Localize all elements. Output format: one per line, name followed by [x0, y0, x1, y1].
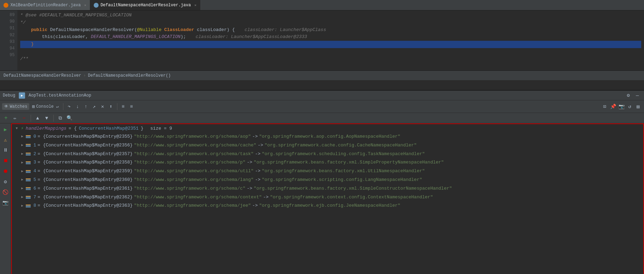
watch-entries-container: ▶ 0 = {ConcurrentHashMap$MapEntry@2355} …: [12, 132, 643, 210]
entry-ref-6: = {ConcurrentHashMap$MapEntry@2361}: [38, 185, 133, 192]
entry-url-7: "http://www.springframework.org/schema/c…: [134, 194, 262, 201]
entry-url-4: "http://www.springframework.org/schema/u…: [134, 168, 254, 175]
entry-arrow-7[interactable]: ▶: [20, 195, 24, 199]
entry-url-6: "http://www.springframework.org/schema/c…: [134, 185, 246, 192]
copy-btn[interactable]: ⧉: [56, 114, 64, 122]
tab-label-2: DefaultNamespaceHandlerResolver.java: [101, 3, 191, 8]
code-content[interactable]: * @see #DEFAULT_HANDLER_MAPPINGS_LOCATIO…: [17, 10, 644, 70]
debug-title: Debug: [3, 93, 15, 98]
entry-arrow-8[interactable]: ▶: [20, 204, 24, 208]
entry-arrow-5[interactable]: ▶: [20, 178, 24, 182]
code-line-90: */: [20, 19, 641, 26]
entry-ref-2: = {ConcurrentHashMap$MapEntry@2357}: [38, 151, 133, 158]
breadcrumb: DefaultNamespaceHandlerResolver › Defaul…: [0, 70, 644, 80]
inspect-btn[interactable]: 🔍: [65, 114, 73, 122]
entry-ref-0: = {ConcurrentHashMap$MapEntry@2355}: [38, 133, 133, 140]
console-label: Console ↵: [36, 104, 59, 109]
debug-main: ▶ ⚠ ⏸ ⏹ ⚙ 🚫 📷 ▼ ⚡ handlerMappings = { Co…: [0, 123, 644, 274]
root-equals: = {: [69, 126, 77, 131]
entry-icon-4: [26, 170, 31, 173]
watch-entry-8[interactable]: ▶ 8 = {ConcurrentHashMap$MapEntry@2363} …: [12, 201, 643, 210]
pin-btn[interactable]: 📌: [609, 103, 617, 111]
settings-icon[interactable]: ⚙: [624, 92, 632, 99]
watch-entry-0[interactable]: ▶ 0 = {ConcurrentHashMap$MapEntry@2355} …: [12, 132, 643, 141]
minimize-icon[interactable]: —: [634, 92, 641, 99]
entry-ref-5: = {ConcurrentHashMap$MapEntry@2360}: [38, 176, 133, 184]
entry-idx-0: 0: [33, 133, 36, 140]
sidebar-resume-icon[interactable]: ▶: [1, 125, 10, 134]
code-line-94: [20, 48, 641, 55]
step-over-btn[interactable]: ↷: [65, 103, 73, 111]
entry-idx-2: 2: [33, 151, 36, 158]
entry-arrow-0[interactable]: ▶: [20, 135, 24, 139]
watches-label: Watches: [10, 104, 27, 109]
entry-arrow-4[interactable]: ▶: [20, 169, 24, 174]
entry-handler-6: "org.springframework.beans.factory.xml.S…: [254, 185, 452, 192]
sidebar-breakpoint-icon[interactable]: [1, 167, 10, 176]
edit-watch-btn[interactable]: ✏: [11, 114, 19, 122]
refresh-btn[interactable]: ↺: [626, 103, 634, 111]
tab-icon-orange: [3, 3, 8, 8]
add-watch-btn[interactable]: +: [2, 114, 10, 122]
watches-panel[interactable]: ▼ ⚡ handlerMappings = { ConcurrentHashMa…: [11, 123, 644, 274]
entry-idx-5: 5: [33, 176, 36, 184]
debug-session: AopTest.testAnnotationAop: [29, 93, 91, 98]
code-line-92: this(classLoader, DEFAULT_HANDLER_MAPPIN…: [20, 33, 641, 41]
watch-entry-6[interactable]: ▶ 6 = {ConcurrentHashMap$MapEntry@2361} …: [12, 184, 643, 193]
watch-entry-4[interactable]: ▶ 4 = {ConcurrentHashMap$MapEntry@2359} …: [12, 167, 643, 176]
watch-entry-1[interactable]: ▶ 1 = {ConcurrentHashMap$MapEntry@2356} …: [12, 141, 643, 150]
sidebar-stop-icon[interactable]: ⏹: [1, 156, 10, 165]
entry-idx-8: 8: [33, 202, 36, 210]
debug-title-actions: ⚙ —: [624, 92, 641, 99]
entry-icon-0: [26, 135, 31, 138]
sidebar-mute-icon[interactable]: ⚙: [1, 177, 10, 186]
move-up-btn[interactable]: ▲: [34, 114, 41, 122]
trace-btn[interactable]: ⬆: [107, 103, 115, 111]
sidebar-camera-icon[interactable]: 📷: [1, 198, 10, 207]
step-into-btn[interactable]: ↓: [74, 103, 82, 111]
watch-entry-3[interactable]: ▶ 3 = {ConcurrentHashMap$MapEntry@2358} …: [12, 158, 643, 167]
camera-btn[interactable]: 📷: [618, 103, 625, 111]
sidebar-warning-icon[interactable]: ⚠: [1, 135, 10, 144]
watches-tab[interactable]: 👁 Watches: [2, 103, 29, 110]
step-out-btn[interactable]: ↑: [82, 103, 90, 111]
entry-handler-0: "org.springframework.aop.config.AopNames…: [259, 133, 401, 140]
watch-entry-5[interactable]: ▶ 5 = {ConcurrentHashMap$MapEntry@2360} …: [12, 176, 643, 184]
watch-entry-7[interactable]: ▶ 7 = {ConcurrentHashMap$MapEntry@2362} …: [12, 193, 643, 202]
sidebar-pause-icon[interactable]: ⏸: [1, 146, 10, 155]
sec-separator: [31, 115, 31, 122]
entry-handler-5: "org.springframework.scripting.config.La…: [262, 176, 422, 184]
watch-entry-2[interactable]: ▶ 2 = {ConcurrentHashMap$MapEntry@2357} …: [12, 150, 643, 159]
evaluate-btn[interactable]: ✕: [99, 103, 107, 111]
entry-arrow-2[interactable]: ▶: [20, 152, 24, 156]
tab-close-2[interactable]: ✕: [194, 3, 196, 7]
console-tab[interactable]: ▤ Console ↵: [30, 103, 61, 110]
restore-btn[interactable]: ⊡: [601, 103, 608, 111]
tab-xml-bean[interactable]: XmlBeanDefinitionReader.java ✕: [0, 0, 90, 10]
entry-icon-2: [26, 153, 31, 155]
move-down-btn[interactable]: ▼: [43, 114, 51, 122]
tab-namespace-handler[interactable]: DefaultNamespaceHandlerResolver.java ✕: [90, 0, 200, 10]
entry-url-8: "http://www.springframework.org/schema/j…: [134, 202, 251, 210]
remove-watch-btn[interactable]: −: [20, 114, 28, 122]
entry-arrow-3[interactable]: ▶: [20, 161, 24, 165]
entry-arrow-str-1: ->: [258, 142, 263, 149]
entry-idx-3: 3: [33, 159, 36, 166]
entry-arrow-6[interactable]: ▶: [20, 187, 24, 191]
entry-idx-6: 6: [33, 185, 36, 192]
entry-arrow-1[interactable]: ▶: [20, 143, 24, 147]
layout-btn[interactable]: ▤: [634, 103, 642, 111]
sidebar-disable-icon[interactable]: 🚫: [1, 188, 10, 197]
frames-btn[interactable]: ≡: [119, 103, 127, 111]
secondary-toolbar: + ✏ − ▲ ▼ ⧉ 🔍: [0, 113, 644, 123]
sec-separator-2: [53, 115, 54, 122]
tab-close-1[interactable]: ✕: [84, 3, 86, 7]
threads-btn[interactable]: ≡: [128, 103, 135, 111]
debug-toolbar: 👁 Watches ▤ Console ↵ ↷ ↓ ↑ ↗ ✕ ⬆ ≡ ≡ ⊡ …: [0, 100, 644, 113]
tab-icon-blue: [94, 3, 99, 8]
code-line-95: /**: [20, 55, 641, 63]
root-expand-arrow[interactable]: ▼: [15, 126, 19, 130]
run-to-cursor-btn[interactable]: ↗: [91, 103, 98, 111]
code-line-89: * @see #DEFAULT_HANDLER_MAPPINGS_LOCATIO…: [20, 12, 641, 19]
entry-url-1: "http://www.springframework.org/schema/c…: [134, 142, 256, 149]
